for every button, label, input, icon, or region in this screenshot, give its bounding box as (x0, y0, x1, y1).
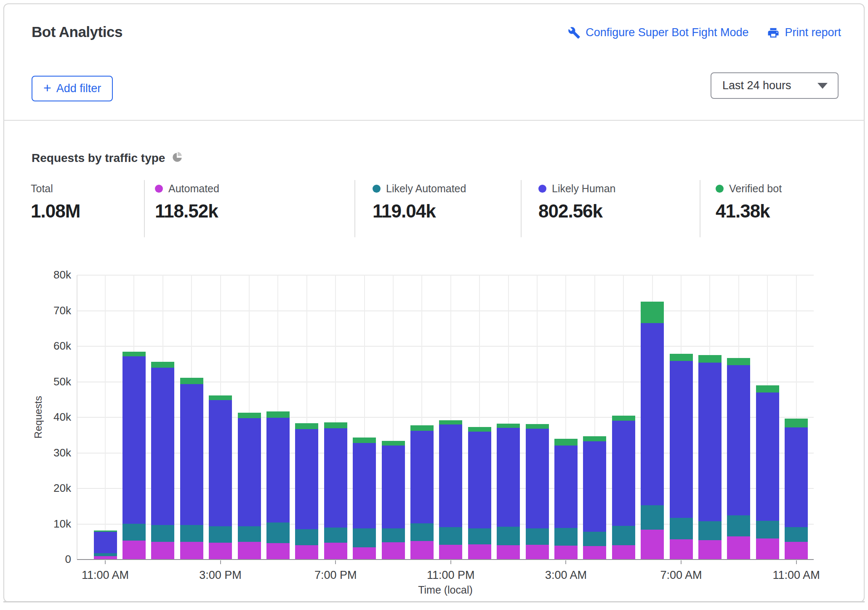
bar-segment-likely-automated[interactable] (180, 525, 203, 542)
chart-bar-3-00-am-16[interactable] (554, 439, 578, 559)
bar-segment-automated[interactable] (670, 539, 693, 559)
bar-segment-automated[interactable] (122, 541, 146, 559)
bar-segment-likely-human[interactable] (180, 384, 203, 525)
bar-segment-automated[interactable] (94, 556, 117, 559)
bar-segment-automated[interactable] (439, 545, 462, 559)
stat-cell-likely-human[interactable]: Likely Human802.56k (538, 183, 615, 222)
bar-segment-likely-human[interactable] (526, 429, 549, 528)
bar-segment-likely-human[interactable] (497, 428, 520, 527)
bar-segment-verified-bot[interactable] (698, 355, 722, 363)
bar-segment-likely-automated[interactable] (382, 528, 405, 542)
bar-segment-likely-automated[interactable] (266, 522, 290, 543)
bar-segment-automated[interactable] (583, 546, 606, 559)
configure-super-bot-fight-mode-link[interactable]: Configure Super Bot Fight Mode (568, 26, 748, 39)
bar-segment-verified-bot[interactable] (439, 420, 462, 424)
chart-bar-10-00-pm-11[interactable] (410, 425, 434, 559)
bar-segment-likely-automated[interactable] (583, 532, 606, 546)
bar-segment-likely-automated[interactable] (756, 521, 779, 538)
chart-bar-8-00-pm-9[interactable] (353, 438, 376, 559)
bar-segment-likely-automated[interactable] (295, 529, 318, 545)
chart-bar-1-00-pm-2[interactable] (151, 362, 174, 559)
bar-segment-verified-bot[interactable] (497, 424, 520, 428)
bar-segment-likely-automated[interactable] (612, 526, 635, 545)
bar-segment-verified-bot[interactable] (583, 436, 606, 442)
bar-segment-automated[interactable] (324, 543, 347, 559)
bar-segment-likely-automated[interactable] (526, 528, 549, 545)
chart-bar-12-00-pm-1[interactable] (122, 352, 146, 559)
chart-bar-4-00-am-17[interactable] (583, 436, 606, 559)
bar-segment-verified-bot[interactable] (410, 425, 434, 431)
bar-segment-likely-automated[interactable] (698, 521, 722, 541)
bar-segment-verified-bot[interactable] (238, 413, 261, 419)
bar-segment-likely-automated[interactable] (439, 527, 462, 545)
bar-segment-verified-bot[interactable] (756, 385, 779, 393)
chart-bar-11-00-pm-12[interactable] (439, 420, 462, 559)
bar-segment-automated[interactable] (727, 536, 750, 559)
bar-segment-verified-bot[interactable] (612, 416, 635, 421)
bar-segment-verified-bot[interactable] (353, 438, 376, 443)
bar-segment-likely-automated[interactable] (641, 505, 664, 530)
bar-segment-automated[interactable] (353, 547, 376, 559)
bar-segment-verified-bot[interactable] (151, 362, 174, 368)
chart-bar-9-00-am-22[interactable] (727, 358, 750, 559)
bar-segment-likely-automated[interactable] (468, 528, 491, 544)
print-report-link[interactable]: Print report (767, 26, 841, 39)
bar-segment-likely-human[interactable] (612, 421, 635, 525)
chart-bar-11-00-am-24[interactable] (785, 419, 808, 559)
bar-segment-likely-automated[interactable] (410, 523, 434, 541)
bar-segment-likely-human[interactable] (698, 363, 722, 521)
bar-segment-verified-bot[interactable] (295, 423, 318, 429)
bar-segment-likely-human[interactable] (641, 323, 664, 505)
chart-bar-6-00-pm-7[interactable] (295, 423, 318, 559)
bar-segment-verified-bot[interactable] (324, 422, 347, 428)
bar-segment-automated[interactable] (151, 542, 174, 559)
stat-cell-total[interactable]: Total1.08M (31, 183, 80, 222)
bar-segment-automated[interactable] (209, 543, 232, 559)
bar-segment-likely-human[interactable] (266, 418, 290, 522)
bar-segment-verified-bot[interactable] (122, 352, 146, 356)
bar-segment-likely-human[interactable] (468, 432, 491, 529)
bar-segment-verified-bot[interactable] (266, 411, 290, 417)
chart-bar-10-00-am-23[interactable] (756, 385, 779, 559)
bar-segment-likely-automated[interactable] (324, 528, 347, 543)
bar-segment-verified-bot[interactable] (554, 439, 578, 446)
bar-segment-likely-human[interactable] (410, 431, 434, 523)
bar-segment-likely-automated[interactable] (122, 524, 146, 541)
add-filter-button[interactable]: + Add filter (32, 76, 113, 101)
chart-bar-2-00-pm-3[interactable] (180, 378, 203, 559)
chart-bar-6-00-am-19[interactable] (641, 302, 664, 559)
bar-segment-likely-human[interactable] (353, 443, 376, 529)
bar-segment-automated[interactable] (612, 545, 635, 559)
time-range-dropdown[interactable]: Last 24 hours (711, 72, 839, 99)
bar-segment-likely-automated[interactable] (554, 528, 578, 546)
chart-bar-7-00-pm-8[interactable] (324, 422, 347, 559)
bar-segment-likely-human[interactable] (554, 446, 578, 528)
bar-segment-verified-bot[interactable] (670, 354, 693, 361)
bar-segment-verified-bot[interactable] (382, 441, 405, 446)
bar-segment-verified-bot[interactable] (209, 395, 232, 400)
chart-bar-7-00-am-20[interactable] (670, 354, 693, 559)
bar-segment-automated[interactable] (497, 545, 520, 559)
bar-segment-likely-human[interactable] (439, 424, 462, 527)
bar-segment-verified-bot[interactable] (785, 419, 808, 427)
bar-segment-verified-bot[interactable] (180, 378, 203, 384)
bar-segment-likely-human[interactable] (324, 428, 347, 528)
bar-segment-automated[interactable] (238, 542, 261, 559)
bar-segment-likely-human[interactable] (785, 427, 808, 527)
bar-segment-verified-bot[interactable] (641, 302, 664, 323)
bar-segment-automated[interactable] (382, 542, 405, 559)
chart-bar-2-00-am-15[interactable] (526, 424, 549, 559)
chart-bar-12-00-am-13[interactable] (468, 427, 491, 559)
bar-segment-likely-human[interactable] (727, 365, 750, 515)
bar-segment-automated[interactable] (295, 545, 318, 559)
stat-cell-likely-automated[interactable]: Likely Automated119.04k (373, 183, 466, 222)
bar-segment-automated[interactable] (526, 545, 549, 559)
chart-bar-5-00-pm-6[interactable] (266, 411, 290, 559)
bar-segment-automated[interactable] (785, 542, 808, 559)
bar-segment-automated[interactable] (554, 546, 578, 559)
bar-segment-verified-bot[interactable] (727, 358, 750, 365)
bar-segment-likely-automated[interactable] (727, 515, 750, 536)
bar-segment-likely-automated[interactable] (238, 526, 261, 541)
bar-segment-likely-human[interactable] (151, 368, 174, 525)
bar-segment-likely-automated[interactable] (151, 525, 174, 542)
